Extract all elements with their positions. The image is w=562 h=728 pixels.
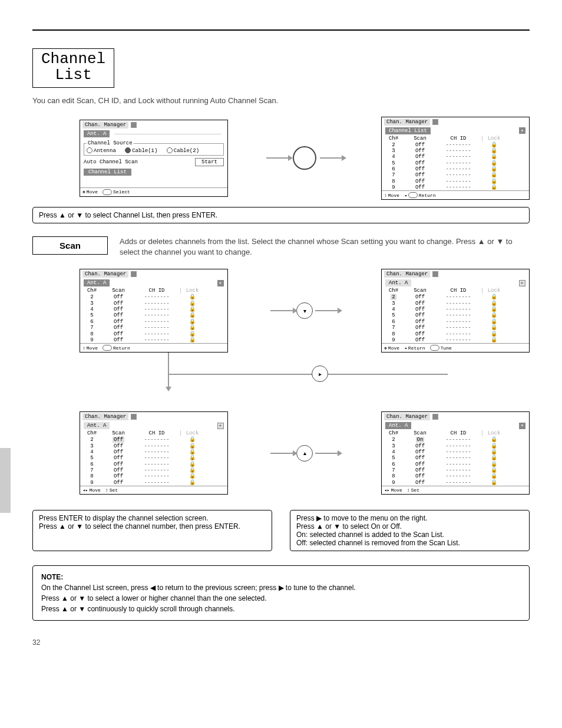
cell-ch: 8 [80,331,104,337]
cell-scan: Off [104,331,133,337]
col-chid: CH ID [435,136,482,141]
cell-id: -------- [133,294,180,300]
cell-scan: Off [104,307,133,312]
cell-id: -------- [435,443,482,449]
footer-select: Select [103,189,130,195]
intro-text: You can edit Scan, CH ID, and Lock witho… [32,96,530,105]
top-rule [32,29,530,31]
cell-scan: Off [405,462,435,467]
lock-icon: 🔒 [482,437,505,443]
right-arrow-icon: ▸ [217,280,224,286]
cell-scan: Off [405,319,435,325]
cell-scan: Off [405,467,435,473]
cell-id: -------- [435,307,482,312]
cell-scan-hl: On [405,437,435,443]
col-scan: Scan [104,430,133,436]
cell-scan: Off [405,449,435,455]
lock-icon: 🔒 [180,307,204,312]
cell-ch: 3 [382,148,405,154]
radio-cable2[interactable] [167,147,173,153]
lock-icon: 🔒 [482,331,505,337]
cell-scan: Off [405,166,435,172]
cell-scan: Off [405,160,435,166]
note-line-3: Press ▲ or ▼ continuously to quickly scr… [41,604,521,614]
cell-ch: 2 [80,437,104,443]
lock-icon: 🔒 [482,325,505,331]
cell-scan: Off [104,325,133,331]
cell-scan: Off [405,337,435,343]
cell-ch: 9 [80,480,104,486]
cell-ch: 6 [80,462,104,467]
caption-3b: Press ▲ or ▼ to select On or Off. [296,522,523,531]
col-ch: Ch# [382,430,405,436]
lock-icon: 🔒 [482,480,505,486]
cell-ch: 6 [382,319,405,325]
footer-return: Return [103,345,130,351]
cell-id: -------- [133,325,180,331]
cell-scan: Off [405,455,435,461]
cell-ch: 5 [382,455,405,461]
lock-icon: 🔒 [180,455,204,461]
col-ch: Ch# [382,136,405,141]
cell-id: -------- [435,172,482,178]
cell-ch: 5 [80,312,104,318]
caption-2b: Press ▲ or ▼ to select the channel numbe… [39,522,266,531]
section-title-line2: List [55,66,91,84]
flow-arrow-3: ▴ [266,445,343,462]
cell-scan: Off [405,142,435,148]
caption-1-text: Press ▲ or ▼ to select Channel List, the… [39,211,217,219]
cell-ch: 7 [382,467,405,473]
menu-channel-list-2: Chan. Manager Ant. A▸ Ch#ScanCH IDLock 2… [80,269,228,353]
cell-id: -------- [133,307,180,312]
channel-list-button[interactable]: Channel List [84,169,131,176]
cell-ch: 4 [80,307,104,312]
lock-icon: 🔒 [482,467,505,473]
cell-ch: 5 [382,312,405,318]
cell-id: -------- [435,325,482,331]
cell-id: -------- [435,473,482,479]
lock-icon: 🔒 [482,160,505,166]
radio-cable1[interactable] [125,147,131,153]
cell-id: -------- [435,142,482,148]
caption-2: Press ENTER to display the channel selec… [32,510,272,551]
col-chid: CH ID [133,288,180,294]
start-button[interactable]: Start [195,158,224,166]
menu-title: Chan. Manager [82,413,128,420]
menu-bracket-icon [131,122,137,128]
cell-scan: Off [405,179,435,185]
cell-scan: Off [405,473,435,479]
radio-cable1-label: Cable(1) [132,148,157,154]
cell-id: -------- [435,462,482,467]
cell-id: -------- [133,449,180,455]
lock-icon: 🔒 [180,294,204,300]
col-scan: Scan [104,288,133,294]
lock-icon: 🔒 [482,337,505,343]
lock-icon: 🔒 [482,455,505,461]
lock-icon: 🔒 [180,319,204,325]
menu-channel-list-4: Chan. Manager Ant. A▸ Ch#ScanCH IDLock 2… [80,411,228,495]
caption-3c: On: selected channel is added to the Sca… [296,531,523,539]
cell-scan: Off [405,294,435,300]
cell-scan: Off [104,455,133,461]
footer-move: ◂▸ Move [82,487,101,493]
cell-id: -------- [435,160,482,166]
radio-antenna[interactable] [87,147,92,153]
scan-step-text: Adds or deletes channels from the list. … [120,236,530,257]
cell-ch: 2 [382,437,405,443]
lock-icon: 🔒 [482,154,505,160]
lock-icon: 🔒 [180,337,204,343]
cell-id: -------- [435,331,482,337]
cell-id: -------- [435,166,482,172]
cell-scan: Off [405,480,435,486]
side-tab [0,448,11,513]
cell-id: -------- [435,185,482,190]
cell-id: -------- [133,473,180,479]
footer-set: ↕ Set [407,487,419,493]
cell-ch: 4 [382,307,405,312]
right-arrow-icon: ▸ [519,280,525,286]
cell-ch: 7 [80,325,104,331]
enter-oval-icon [103,189,112,195]
section-title-box: Channel List [32,48,114,88]
cell-scan: Off [104,473,133,479]
cell-ch: 8 [382,331,405,337]
